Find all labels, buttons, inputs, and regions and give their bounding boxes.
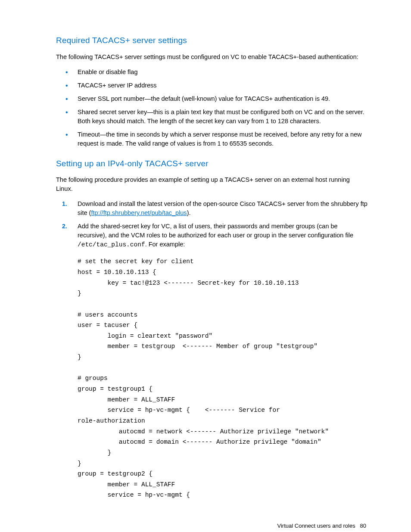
- step-text: Add the shared-secret key for VC, a list…: [78, 223, 353, 239]
- bullet-item: Shared secret server key—this is a plain…: [56, 108, 368, 126]
- footer-section-title: Virtual Connect users and roles: [277, 523, 355, 529]
- heading-required-settings: Required TACACS+ server settings: [56, 34, 368, 47]
- bullet-item: Enable or disable flag: [56, 68, 368, 77]
- bullet-item: TACACS+ server IP address: [56, 81, 368, 90]
- step-download: Download and install the latest version …: [56, 199, 368, 218]
- footer-page-number: 80: [360, 523, 366, 529]
- page-footer: Virtual Connect users and roles 80: [56, 522, 368, 530]
- code-block-tacplus-conf: # set the secret key for client host = 1…: [78, 256, 368, 501]
- heading-setup-ipv4: Setting up an IPv4-only TACACS+ server: [56, 158, 368, 170]
- step-add-key: Add the shared-secret key for VC, a list…: [56, 222, 368, 249]
- list-required-settings: Enable or disable flag TACACS+ server IP…: [56, 68, 368, 148]
- paragraph-required-intro: The following TACACS+ server settings mu…: [56, 53, 368, 62]
- step-text-post: ).: [187, 209, 191, 216]
- bullet-item: Timeout—the time in seconds by which a s…: [56, 130, 368, 148]
- ftp-link[interactable]: ftp://ftp.shrubbery.net/pub/tac_plus: [91, 209, 187, 216]
- step-text-post: . For example:: [145, 241, 185, 248]
- list-setup-steps: Download and install the latest version …: [56, 199, 368, 249]
- config-path: /etc/tac_plus.conf: [78, 241, 145, 248]
- paragraph-setup-intro: The following procedure provides an exam…: [56, 175, 368, 193]
- bullet-item: Server SSL port number—the default (well…: [56, 94, 368, 103]
